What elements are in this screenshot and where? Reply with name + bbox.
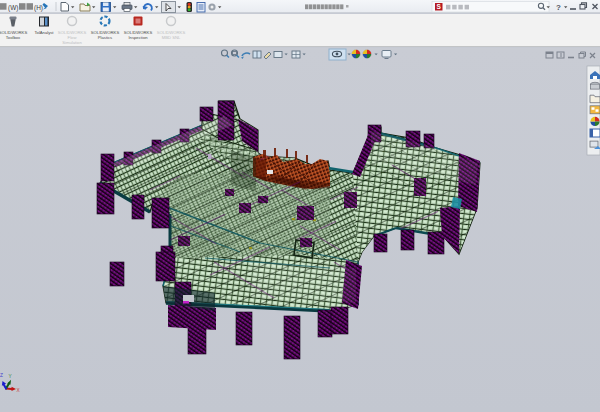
svg-text:(H): (H) (34, 4, 43, 12)
svg-text:(W): (W) (8, 4, 18, 12)
svg-text:TolAnalyst: TolAnalyst (34, 30, 54, 35)
svg-text:Y: Y (9, 374, 13, 379)
svg-text:MBD SNL: MBD SNL (162, 35, 181, 40)
svg-text:X: X (17, 388, 21, 393)
svg-text:Toolbox: Toolbox (6, 35, 21, 40)
svg-text:Simulation: Simulation (62, 40, 82, 45)
svg-text:?: ? (556, 3, 561, 12)
svg-text:Z: Z (0, 373, 3, 378)
svg-text:S: S (437, 3, 442, 10)
svg-text:Inspection: Inspection (128, 35, 148, 40)
svg-text:Plastics: Plastics (98, 35, 112, 40)
